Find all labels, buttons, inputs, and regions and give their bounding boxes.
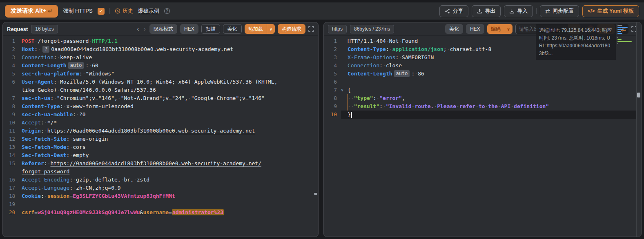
code-line: 5sec-ch-ua-platform:·"Windows": [3, 70, 318, 78]
import-button[interactable]: 导入: [504, 5, 533, 17]
toolbar-left-group: 发送请求 Alt+↵ 强制 HTTPS ✓ 历史 爆破示例 ?: [5, 5, 170, 18]
response-scrollbar[interactable]: [636, 22, 641, 237]
minimap-line: [617, 41, 632, 42]
line-number: 2: [3, 45, 22, 53]
toolbar-right-group: 分享 导出 导入 ⇄ 同步配置 </> 生成 Yaml 模板: [439, 5, 639, 17]
line-number: 9: [324, 102, 341, 111]
line-number: 8: [3, 102, 22, 111]
fold-chevron-icon[interactable]: ∨: [341, 86, 348, 94]
encode-button[interactable]: 编码 ∨: [487, 24, 513, 34]
hotload-label: 热加载: [245, 26, 267, 33]
prev-request-button[interactable]: ‹: [136, 25, 140, 33]
request-scrollbar-thumb[interactable]: [314, 193, 317, 195]
code-text: forgot-password: [22, 168, 318, 176]
line-number: 10: [3, 119, 22, 127]
minimap-line: [617, 29, 624, 30]
line-number: 13: [3, 143, 22, 151]
line-number: 6: [324, 78, 341, 86]
top-toolbar: 发送请求 Alt+↵ 强制 HTTPS ✓ 历史 爆破示例 ? 分享 导出 导入…: [0, 2, 644, 20]
code-text: Sec-Fetch-Dest:·empty: [22, 151, 318, 159]
send-request-button[interactable]: 发送请求 Alt+↵: [5, 5, 58, 18]
minimap-line: [617, 37, 618, 38]
fold-spacer: [341, 78, 348, 86]
fold-spacer: [341, 111, 348, 119]
export-icon: [477, 9, 482, 14]
code-line: 10}: [324, 111, 641, 119]
fold-spacer: [341, 62, 348, 70]
code-text: {: [348, 86, 641, 94]
line-number: 11: [3, 127, 22, 135]
code-text: Content-Lengthauto:·60: [22, 62, 318, 70]
code-text: sec-ch-ua-platform:·"Windows": [22, 70, 318, 78]
response-beautify-button[interactable]: 美化: [445, 24, 463, 34]
line-number: 16: [3, 176, 22, 184]
code-text: Content-Lengthauto:·86: [348, 70, 641, 78]
line-number: 8: [324, 94, 341, 102]
construct-request-button[interactable]: 构造请求: [278, 24, 305, 34]
request-title: Request: [7, 26, 28, 32]
force-https-checkbox[interactable]: ✓: [98, 8, 105, 15]
response-editor[interactable]: 1HTTP/1.1·404·Not·Found2Content-Type:·ap…: [324, 36, 641, 237]
code-text: like·Gecko)·Chrome/146.0.0.0·Safari/537.…: [22, 86, 318, 94]
generate-yaml-button[interactable]: </> 生成 Yaml 模板: [582, 5, 639, 17]
request-beautify-button[interactable]: 美化: [223, 24, 242, 34]
privacy-mode-button[interactable]: 隐私模式: [149, 24, 177, 34]
code-line: 6User-Agent:·Mozilla/5.0·(Windows·NT·10.…: [3, 78, 318, 86]
line-number: 10: [324, 111, 341, 119]
fold-spacer: [341, 102, 348, 111]
share-button[interactable]: 分享: [439, 5, 468, 17]
sync-config-button[interactable]: ⇄ 同步配置: [540, 5, 579, 17]
response-panel: https 86bytes / 237ms 美化 HEX 编码 ∨ 详情: [323, 22, 642, 237]
line-number: 20: [3, 208, 22, 217]
clock-icon: [115, 8, 120, 14]
minimap-line: [617, 33, 622, 34]
code-line: 7sec-ch-ua:·"Chromium";v="146",·"Not-A.B…: [3, 94, 318, 102]
request-size-badge: 16 bytes: [31, 25, 58, 33]
share-icon: [445, 9, 450, 14]
history-button[interactable]: 历史: [115, 7, 133, 15]
line-number: 7: [3, 94, 22, 102]
scan-button[interactable]: 扫描: [201, 24, 220, 34]
code-text: sec-ch-ua-mobile:·?0: [22, 111, 318, 119]
code-text: ··"result":·"Invalid·route.·Please·refer…: [348, 102, 641, 111]
generate-yaml-label: 生成 Yaml 模板: [597, 7, 634, 15]
request-editor[interactable]: 1POST·/forgot-password·HTTP/1.12Host:·?0…: [3, 36, 318, 237]
line-number: 19: [3, 200, 22, 208]
request-hex-button[interactable]: HEX: [180, 24, 198, 34]
code-line: 9··"result":·"Invalid·route.·Please·refe…: [324, 102, 641, 111]
code-text: Connection:·close: [348, 62, 641, 70]
sync-config-label: 同步配置: [553, 7, 574, 15]
fold-spacer: [341, 53, 348, 62]
code-text: Sec-Fetch-Site:·same-origin: [22, 135, 318, 143]
blast-example-link[interactable]: 爆破示例: [138, 7, 159, 15]
next-request-button[interactable]: ›: [143, 25, 147, 33]
code-line: 4Connection:·close: [324, 62, 641, 70]
chevron-down-icon[interactable]: ∨: [267, 27, 275, 31]
line-number: 3: [3, 53, 22, 62]
code-text: Sec-Fetch-Mode:·cors: [22, 143, 318, 151]
request-header-actions: ‹ › 隐私模式 HEX 扫描 美化 热加载 ∨ 构造请求: [136, 24, 314, 34]
response-scrollbar-thumb[interactable]: [637, 93, 640, 97]
sync-icon: ⇄: [545, 8, 550, 14]
minimap[interactable]: [617, 25, 635, 45]
chevron-down-icon[interactable]: ∨: [504, 27, 513, 31]
export-button[interactable]: 导出: [472, 5, 501, 17]
code-line: 20csrf=wSj041uQ9gzHEOMc9J3kSgQ94Je7lwWu&…: [3, 208, 318, 217]
response-hex-button[interactable]: HEX: [466, 24, 484, 34]
protocol-badge: https: [328, 25, 347, 33]
code-line: forgot-password: [3, 168, 318, 176]
code-text: Accept-Encoding:·gzip,·deflate,·br,·zstd: [22, 176, 318, 184]
fold-spacer: [341, 37, 348, 45]
code-line: 3Connection:·keep-alive: [3, 53, 318, 62]
hotload-button[interactable]: 热加载 ∨: [245, 24, 275, 34]
code-line: 11Origin:·https://0aad006e044adcd1803bf3…: [3, 127, 318, 135]
request-fullscreen-button[interactable]: [308, 26, 314, 32]
code-text: csrf=wSj041uQ9gzHEOMc9J3kSgQ94Je7lwWu&us…: [22, 208, 318, 217]
help-icon[interactable]: ?: [164, 8, 170, 14]
code-line: 6: [324, 78, 641, 86]
import-label: 导入: [517, 7, 528, 15]
response-info-tooltip: 远端地址: 79.125.84.16:443; 响应时间: 237ms; 总耗时…: [536, 24, 616, 60]
code-line: 13Sec-Fetch-Mode:·cors: [3, 143, 318, 151]
code-text: sec-ch-ua:·"Chromium";v="146",·"Not-A.Br…: [22, 94, 318, 102]
code-line: 12Sec-Fetch-Site:·same-origin: [3, 135, 318, 143]
